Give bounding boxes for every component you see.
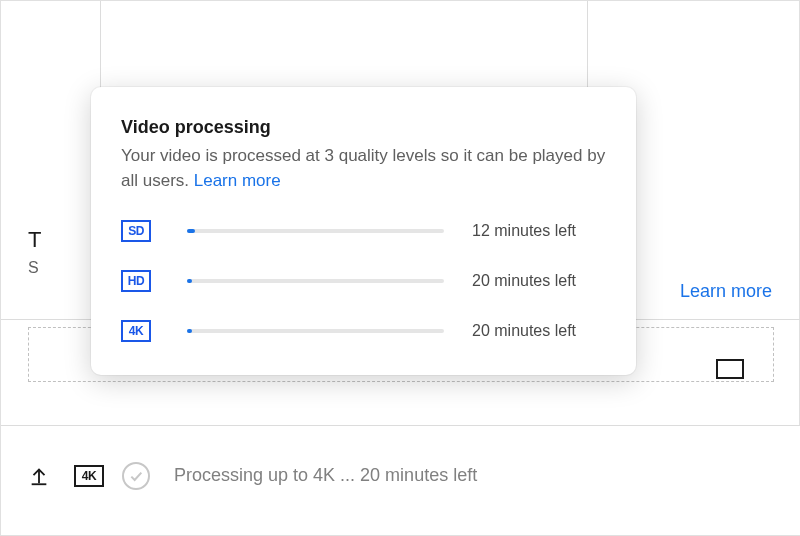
sd-time-left: 12 minutes left (472, 222, 610, 240)
hd-progress-fill (187, 279, 192, 283)
video-processing-popover: Video processing Your video is processed… (91, 87, 636, 375)
fourk-badge-icon: 4K (121, 320, 151, 342)
status-text: Processing up to 4K ... 20 minutes left (174, 465, 477, 486)
bg-section-title: T (28, 227, 41, 252)
app-frame: T S Learn more Video processing Your vid… (0, 0, 800, 536)
upload-status-bar: 4K Processing up to 4K ... 20 minutes le… (1, 425, 800, 535)
hd-time-left: 20 minutes left (472, 272, 610, 290)
sd-progress-fill (187, 229, 195, 233)
quality-row-sd: SD 12 minutes left (121, 211, 610, 251)
learn-more-link[interactable]: Learn more (194, 171, 281, 190)
sd-progress-track (187, 229, 444, 233)
check-circle-icon (122, 462, 150, 490)
hd-badge-icon: HD (121, 270, 151, 292)
fourk-progress-fill (187, 329, 192, 333)
quality-row-hd: HD 20 minutes left (121, 261, 610, 301)
fourk-time-left: 20 minutes left (472, 322, 610, 340)
partial-4k-badge (716, 359, 744, 379)
hd-progress-track (187, 279, 444, 283)
quality-row-4k: 4K 20 minutes left (121, 311, 610, 351)
sd-badge-icon: SD (121, 220, 151, 242)
status-4k-badge-icon: 4K (74, 465, 104, 487)
fourk-progress-track (187, 329, 444, 333)
learn-more-link-secondary[interactable]: Learn more (680, 281, 772, 302)
popover-description: Your video is processed at 3 quality lev… (121, 144, 610, 193)
upload-icon (28, 465, 50, 487)
popover-heading: Video processing (121, 117, 610, 138)
